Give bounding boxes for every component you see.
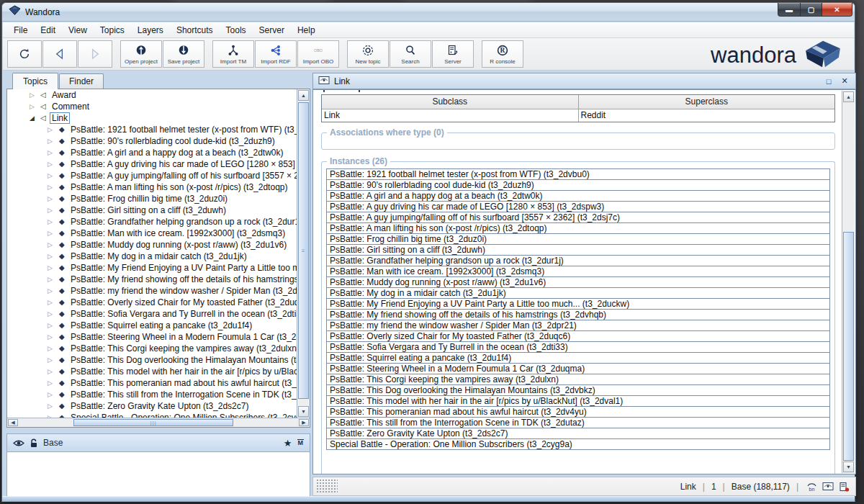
tree-item[interactable]: ▷◆PsBattle: Overly sized Chair for My to… — [7, 297, 297, 308]
tab-finder[interactable]: Finder — [59, 73, 104, 89]
column-header-superclass[interactable]: Superclass — [579, 95, 835, 109]
tree-item[interactable]: ▷◆PsBattle: My dog in a midair catch (t3… — [7, 251, 297, 262]
tree-item[interactable]: ▷◆PsBattle: Frog chillin big time (t3_2d… — [7, 193, 297, 204]
instance-row[interactable]: PsBattle: A guy driving his car made of … — [326, 201, 830, 212]
scroll-up-button[interactable]: ▲ — [843, 91, 854, 102]
tree-item-label[interactable]: PsBattle: Sofia Vergara and Ty Burrell i… — [71, 308, 297, 320]
menu-server[interactable]: Server — [253, 23, 291, 37]
tree-expand-icon[interactable]: ▷ — [48, 308, 53, 320]
tree-item-label[interactable]: PsBattle: This still from the Interrogat… — [71, 389, 297, 400]
menu-file[interactable]: File — [7, 23, 34, 37]
instance-row[interactable]: PsBattle: Steering Wheel in a Modern Fou… — [326, 363, 830, 374]
layer-visibility-eye-icon[interactable] — [13, 439, 24, 447]
r-console-button[interactable]: RR console — [482, 40, 523, 68]
tree-expand-icon[interactable]: ▷ — [48, 193, 53, 204]
title-bar[interactable]: Wandora ▬ ▢ ✕ — [2, 3, 855, 22]
panel-close-icon[interactable]: ✕ — [839, 76, 850, 86]
menu-topics[interactable]: Topics — [94, 23, 131, 37]
tree-expand-icon[interactable]: ▷ — [30, 101, 35, 112]
instance-row[interactable]: PsBattle: Girl sitting on a cliff (t3_2d… — [326, 244, 830, 256]
tree-item-label[interactable]: PsBattle: My friend showing off the deta… — [71, 274, 297, 285]
tree-expand-icon[interactable]: ▷ — [48, 389, 53, 400]
tree-expand-icon[interactable]: ▷ — [48, 377, 53, 389]
tree-item-label[interactable]: Link — [50, 112, 70, 124]
tree-item[interactable]: ▷◆PsBattle: My Friend Enjoying a UV Pain… — [7, 262, 297, 274]
layer-star-icon[interactable]: ★ — [284, 438, 292, 449]
tree-item[interactable]: ▷◆PsBattle: Girl sitting on a cliff (t3_… — [7, 204, 297, 216]
superclass-cell[interactable]: Reddit — [579, 109, 835, 122]
instance-row[interactable]: PsBattle: Frog chillin big time (t3_2duz… — [326, 233, 830, 245]
tree-expand-icon[interactable]: ▷ — [48, 274, 53, 285]
tree-item[interactable]: ▷◆PsBattle: This Corgi keeping the vampi… — [7, 343, 297, 354]
tree-item[interactable]: ▷◆PsBattle: This model with her hair in … — [7, 366, 297, 377]
tree-item-label[interactable]: PsBattle: Steering Wheel in a Modern Fou… — [71, 331, 297, 343]
tree-item[interactable]: ▷◆PsBattle: my friend the window washer … — [7, 285, 297, 297]
layer-unlock-icon[interactable] — [30, 438, 38, 448]
tree-item-label[interactable]: PsBattle: This Dog overlooking the Himal… — [71, 354, 297, 366]
tree-expand-icon[interactable]: ▷ — [48, 135, 53, 147]
tree-item-label[interactable]: PsBattle: This Corgi keeping the vampire… — [71, 343, 297, 354]
instance-row[interactable]: PsBattle: Man with ice cream. [1992x3000… — [326, 266, 830, 277]
tree-item[interactable]: ▷◆PsBattle: A guy jumping/falling off of… — [7, 170, 297, 181]
layer-bar-base[interactable]: Base ★ M — [6, 433, 310, 452]
panel-status-icon[interactable] — [822, 482, 834, 491]
tree-expand-icon[interactable]: ▷ — [48, 158, 53, 170]
scroll-down-button[interactable]: ▼ — [298, 406, 309, 417]
scroll-up-button[interactable]: ▲ — [298, 90, 309, 101]
instance-row[interactable]: PsBattle: Overly sized Chair for My toas… — [326, 330, 830, 342]
import-tm-button[interactable]: Import TM — [212, 40, 254, 68]
instance-row[interactable]: PsBattle: A man lifting his son (x-post … — [326, 222, 830, 234]
instance-row[interactable]: PsBattle: my friend the window washer / … — [326, 320, 830, 331]
topics-status-icon[interactable]: bn — [806, 482, 817, 492]
tree-item-label[interactable]: PsBattle: A guy driving his car made of … — [71, 158, 297, 170]
tree-item-label[interactable]: PsBattle: A guy jumping/falling off of h… — [71, 170, 297, 181]
tree-item[interactable]: ▷◆PsBattle: This pomeranian mad about hi… — [7, 377, 297, 389]
instance-row[interactable]: PsBattle: My Friend Enjoying a UV Paint … — [326, 298, 830, 310]
column-header-subclass[interactable]: Subclass — [322, 95, 579, 109]
tree-expand-icon[interactable]: ▷ — [48, 331, 53, 343]
tree-expand-icon[interactable]: ▷ — [48, 228, 53, 239]
tree-item[interactable]: ▷◆Special Battle - Operation: One Millio… — [7, 412, 297, 418]
tree-collapse-icon[interactable]: ◢ — [30, 112, 35, 124]
instance-row[interactable]: PsBattle: This model with her hair in th… — [326, 395, 830, 407]
tree-item-label[interactable]: PsBattle: This model with her hair in th… — [71, 366, 297, 377]
forward-button[interactable] — [78, 40, 112, 68]
tree-item[interactable]: ▷◆PsBattle: A girl and a happy dog at a … — [7, 147, 297, 158]
tree-item-label[interactable]: PsBattle: Man with ice cream. [1992x3000… — [71, 228, 285, 239]
instance-row[interactable]: PsBattle: 90's rollerblading cool dude-k… — [326, 179, 830, 191]
scroll-left-button[interactable]: ◀ — [8, 419, 18, 426]
instance-row[interactable]: PsBattle: This pomeranian mad about his … — [326, 406, 830, 418]
tree-item-label[interactable]: PsBattle: 1921 football helmet tester (x… — [71, 124, 297, 135]
tree-item-label[interactable]: PsBattle: A girl and a happy dog at a be… — [71, 147, 284, 158]
instance-row[interactable]: PsBattle: A guy jumping/falling off of h… — [326, 212, 830, 223]
maximize-button[interactable]: ▢ — [801, 3, 822, 17]
close-button[interactable]: ✕ — [822, 3, 852, 17]
tree-item-label[interactable]: PsBattle: My Friend Enjoying a UV Paint … — [71, 262, 297, 274]
instance-row[interactable]: PsBattle: This Dog overlooking the Himal… — [326, 384, 830, 396]
tree-expand-icon[interactable]: ▷ — [48, 297, 53, 308]
new-topic-button[interactable]: New topic — [347, 40, 389, 68]
tree-item[interactable]: ▷◁Award — [7, 89, 297, 101]
instance-row[interactable]: Special Battle - Operation: One Million … — [326, 438, 830, 450]
tree-item-label[interactable]: PsBattle: Zero Gravity Kate Upton (t3_2d… — [71, 400, 248, 412]
tree-item[interactable]: ▷◆PsBattle: A guy driving his car made o… — [7, 158, 297, 170]
tree-item[interactable]: ▷◆PsBattle: This still from the Interrog… — [7, 389, 297, 400]
tree-expand-icon[interactable]: ▷ — [48, 170, 53, 181]
tree-item-label[interactable]: PsBattle: Girl sitting on a cliff (t3_2d… — [71, 204, 226, 216]
tree-expand-icon[interactable]: ▷ — [48, 124, 53, 135]
tree-item-label[interactable]: Comment — [52, 101, 89, 112]
tree-expand-icon[interactable]: ▷ — [48, 181, 53, 193]
tree-item[interactable]: ▷◆PsBattle: Man with ice cream. [1992x30… — [7, 228, 297, 239]
tree-item[interactable]: ▷◆PsBattle: Muddy dog running (x-post r/… — [7, 239, 297, 251]
tree-item[interactable]: ▷◆PsBattle: Zero Gravity Kate Upton (t3_… — [7, 400, 297, 412]
instance-row[interactable]: PsBattle: Squirrel eating a pancake (t3_… — [326, 352, 830, 364]
tree-item-label[interactable]: Award — [52, 89, 76, 101]
table-row[interactable]: Link Reddit — [322, 109, 834, 122]
tree-item[interactable]: ▷◆PsBattle: 90's rollerblading cool dude… — [7, 135, 297, 147]
tree-expand-icon[interactable]: ▷ — [48, 216, 53, 228]
tree-expand-icon[interactable]: ▷ — [48, 147, 53, 158]
tree-item-label[interactable]: PsBattle: A man lifting his son (x-post … — [71, 181, 287, 193]
instance-row[interactable]: PsBattle: 1921 football helmet tester (x… — [326, 168, 830, 180]
tree-item[interactable]: ▷◆PsBattle: Grandfather helping grandson… — [7, 216, 297, 228]
panel-vscroll-thumb[interactable] — [843, 232, 854, 461]
